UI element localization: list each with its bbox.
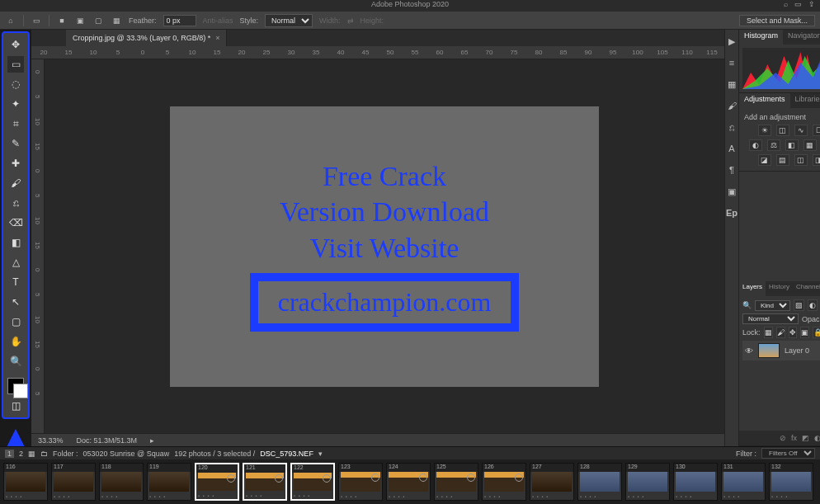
adj-invert-icon[interactable]: ◪ xyxy=(758,154,771,166)
gradient-tool[interactable]: ◧ xyxy=(7,234,24,251)
rating-dots[interactable]: • • • • xyxy=(580,494,596,499)
rating-dots[interactable]: • • • • xyxy=(101,494,118,499)
rating-dots[interactable]: • • • • xyxy=(198,493,214,498)
lock-all-icon[interactable]: 🔒 xyxy=(813,327,820,338)
chevron-down-icon[interactable]: ▾ xyxy=(318,450,323,458)
lock-pos-icon[interactable]: ✥ xyxy=(789,327,797,338)
sel-sub-icon[interactable]: ▢ xyxy=(92,15,104,26)
info-icon[interactable]: ▣ xyxy=(725,185,738,198)
rating-dots[interactable]: • • • • xyxy=(628,494,644,499)
rating-dots[interactable]: • • • • xyxy=(6,494,22,499)
tab-navigator[interactable]: Navigator xyxy=(783,30,820,45)
document-image[interactable]: Free Crack Version Download Visit Websit… xyxy=(170,106,599,387)
ep-icon[interactable]: Ep xyxy=(725,206,738,219)
page-current-badge[interactable]: 1 xyxy=(5,450,14,458)
document-tab[interactable]: Cropping.jpg @ 33.3% (Layer 0, RGB/8) * … xyxy=(66,30,227,46)
status-chevron-icon[interactable]: ▸ xyxy=(150,436,154,445)
marquee-tool-icon[interactable]: ▭ xyxy=(31,15,42,26)
filmstrip-thumb[interactable]: 127• • • • xyxy=(530,463,574,501)
lasso-tool[interactable]: ◌ xyxy=(7,76,24,92)
adj-poster-icon[interactable]: ▤ xyxy=(776,154,789,166)
filmstrip-thumb[interactable]: 128• • • • xyxy=(577,463,622,501)
sel-new-icon[interactable]: ■ xyxy=(56,15,68,26)
eyedrop-tool[interactable]: ✎ xyxy=(7,135,24,152)
tab-histogram[interactable]: Histogram xyxy=(739,30,783,45)
zoom-level[interactable]: 33.33% xyxy=(38,436,64,445)
menu-icon[interactable]: ≡ xyxy=(725,56,738,69)
layer-filter-select[interactable]: Kind xyxy=(755,300,790,311)
feather-input[interactable] xyxy=(163,15,196,26)
sel-int-icon[interactable]: ▦ xyxy=(111,15,122,26)
wand-tool[interactable]: ✦ xyxy=(7,96,24,112)
adj-threshold-icon[interactable]: ◫ xyxy=(794,154,808,166)
crop-tool[interactable]: ⌗ xyxy=(7,115,24,132)
visibility-icon[interactable]: 👁 xyxy=(745,346,753,356)
rating-dots[interactable]: • • • • xyxy=(294,493,310,498)
eraser-tool[interactable]: ⌫ xyxy=(7,214,24,231)
rating-dots[interactable]: • • • • xyxy=(54,494,70,499)
filmstrip-thumb[interactable]: 123• • • • xyxy=(338,463,383,501)
color-swatch[interactable] xyxy=(7,378,24,394)
rating-dots[interactable]: • • • • xyxy=(341,494,357,499)
workspace-icon[interactable]: ▭ xyxy=(794,0,802,8)
filmstrip-thumb[interactable]: 116• • • • xyxy=(3,463,48,501)
filmstrip-thumb[interactable]: 130• • • • xyxy=(673,463,718,501)
tab-layers[interactable]: Layers xyxy=(739,281,766,296)
adj-exposure-icon[interactable]: ☐ xyxy=(813,125,821,136)
layer-item-0[interactable]: 👁 Layer 0 xyxy=(742,341,820,360)
filmstrip-thumb[interactable]: 131• • • • xyxy=(721,463,766,501)
rating-dots[interactable]: • • • • xyxy=(771,494,788,499)
marquee-tool[interactable]: ▭ xyxy=(7,56,24,73)
rating-dots[interactable]: • • • • xyxy=(436,494,453,499)
adj-balance-icon[interactable]: ⚖ xyxy=(767,139,780,151)
folder-icon[interactable]: 🗀 xyxy=(40,450,48,458)
type-tool[interactable]: T xyxy=(7,274,24,290)
rating-dots[interactable]: • • • • xyxy=(389,494,405,499)
filter-select[interactable]: Filters Off xyxy=(761,448,815,459)
clone-icon[interactable]: ⎌ xyxy=(725,120,738,134)
link-layers-icon[interactable]: ⊘ xyxy=(780,434,786,442)
filmstrip-thumb[interactable]: 118• • • • xyxy=(99,463,144,501)
pen-tool[interactable]: △ xyxy=(7,254,24,271)
grid-icon[interactable]: ▦ xyxy=(28,450,35,458)
char-icon[interactable]: A xyxy=(725,142,738,155)
rating-dots[interactable]: • • • • xyxy=(484,494,501,499)
adj-bw-icon[interactable]: ◧ xyxy=(785,139,799,151)
filmstrip-thumb[interactable]: 129• • • • xyxy=(625,463,670,501)
rating-dots[interactable]: • • • • xyxy=(723,494,740,499)
adj-curves-icon[interactable]: ∿ xyxy=(794,125,808,136)
sel-add-icon[interactable]: ▣ xyxy=(74,15,86,26)
filmstrip-thumb[interactable]: 119• • • • xyxy=(147,463,191,501)
filter-pixel-icon[interactable]: ▧ xyxy=(794,299,804,311)
adj-brightness-icon[interactable]: ☀ xyxy=(758,125,771,136)
shape-tool[interactable]: ▢ xyxy=(7,313,24,330)
doc-size[interactable]: Doc: 51.3M/51.3M xyxy=(77,436,138,445)
lock-art-icon[interactable]: ▣ xyxy=(800,327,809,338)
layer-search-icon[interactable]: 🔍 xyxy=(742,301,752,309)
filmstrip-thumb[interactable]: 126• • • • xyxy=(482,463,526,501)
swatch-icon[interactable]: ▦ xyxy=(725,78,738,91)
brush-icon[interactable]: 🖌 xyxy=(725,99,738,112)
tab-history[interactable]: History xyxy=(766,281,793,296)
layer-thumb[interactable] xyxy=(758,343,780,358)
stamp-tool[interactable]: ⎌ xyxy=(7,195,24,211)
share-icon[interactable]: ⇪ xyxy=(808,0,815,8)
move-tool[interactable]: ✥ xyxy=(7,36,24,53)
search-icon[interactable]: ⌕ xyxy=(784,0,788,8)
rating-dots[interactable]: • • • • xyxy=(532,494,549,499)
adj-hue-icon[interactable]: ◐ xyxy=(749,139,762,151)
adj-gradient-icon[interactable]: ◨ xyxy=(813,154,821,166)
blend-mode-select[interactable]: Normal xyxy=(742,313,799,324)
filmstrip[interactable]: 116• • • •117• • • •118• • • •119• • • •… xyxy=(0,459,820,504)
tab-adjustments[interactable]: Adjustments xyxy=(739,93,790,108)
filmstrip-thumb[interactable]: 124• • • • xyxy=(386,463,431,501)
quick-mask-icon[interactable]: ◫ xyxy=(7,398,24,414)
adj-levels-icon[interactable]: ◫ xyxy=(776,125,789,136)
layer-name[interactable]: Layer 0 xyxy=(785,346,809,355)
adj-photo-icon[interactable]: ▦ xyxy=(804,139,817,151)
path-tool[interactable]: ↖ xyxy=(7,294,24,310)
rating-dots[interactable]: • • • • xyxy=(676,494,692,499)
style-select[interactable]: Normal xyxy=(265,14,313,27)
filmstrip-thumb[interactable]: 117• • • • xyxy=(51,463,96,501)
rating-dots[interactable]: • • • • xyxy=(246,493,262,498)
